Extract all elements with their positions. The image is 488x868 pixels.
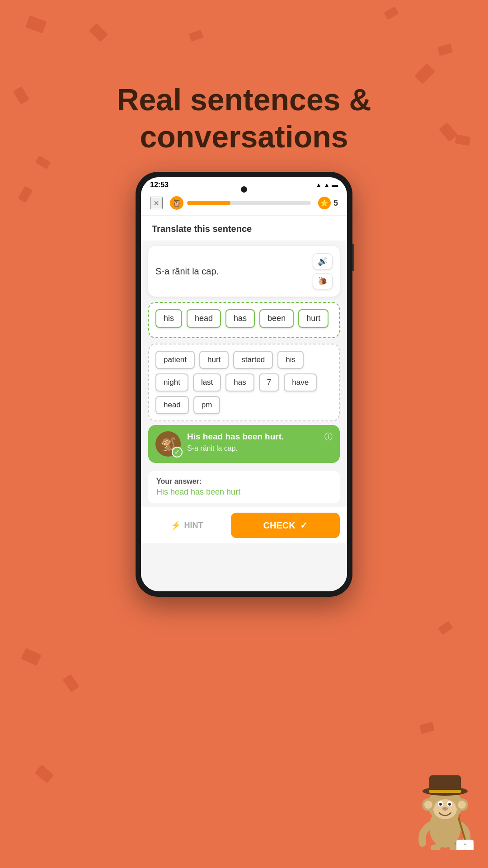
word-chip-patient[interactable]: patient (155, 351, 195, 369)
sentence-card: S-a rănit la cap. 🔊 🐌 (148, 246, 340, 297)
svg-text:×: × (464, 842, 466, 846)
coins-display: ⭐ 5 (318, 197, 338, 209)
hint-label: HINT (184, 521, 203, 530)
your-answer-box: Your answer: His head has been hurt (148, 471, 340, 503)
selected-word-his[interactable]: his (155, 309, 182, 328)
status-time: 12:53 (150, 181, 169, 189)
close-button[interactable]: × (150, 197, 163, 209)
svg-text:✓: ✓ (464, 848, 466, 850)
confetti-decoration (384, 6, 399, 20)
selected-word-been[interactable]: been (259, 309, 294, 328)
confetti-decoration (437, 43, 453, 56)
svg-point-8 (439, 803, 442, 806)
correct-answer-text: His head has been hurt. (187, 431, 318, 443)
word-chip-started[interactable]: started (233, 351, 273, 369)
progress-bar-background (187, 201, 311, 205)
confetti-decoration (62, 674, 80, 692)
progress-container: 🦉 (170, 196, 311, 210)
confetti-decoration (438, 621, 453, 635)
selected-word-head[interactable]: head (187, 309, 221, 328)
word-chip-pm[interactable]: pm (193, 396, 221, 414)
mascot-icon: 🦉 (170, 196, 183, 210)
monkey-mascot-decoration: × ✓ (416, 760, 474, 850)
result-panel: 🐒 ✓ His head has been hurt. S-a rănit la… (148, 425, 340, 463)
hint-icon: ⚡ (171, 520, 181, 530)
word-chip-have[interactable]: have (284, 373, 317, 392)
check-icon: ✓ (300, 520, 308, 531)
selected-word-hurt[interactable]: hurt (298, 309, 328, 328)
correct-check-badge: ✓ (172, 447, 183, 458)
word-chip-head[interactable]: head (155, 396, 189, 414)
word-chip-7[interactable]: 7 (259, 373, 279, 392)
phone-screen: 12:53 ▲ ▲ ▬ × 🦉 ⭐ 5 T (141, 177, 347, 591)
check-button[interactable]: CHECK ✓ (231, 513, 340, 538)
result-text: His head has been hurt. S-a rănit la cap… (187, 431, 318, 453)
camera-notch (241, 186, 247, 193)
word-bank: patient hurt started his night last has … (148, 344, 340, 421)
confetti-decoration (89, 23, 108, 42)
audio-slow-button[interactable]: 🐌 (313, 273, 333, 289)
confetti-decoration (21, 648, 41, 666)
coin-icon: ⭐ (318, 197, 331, 209)
sentence-text: S-a rănit la cap. (155, 266, 313, 277)
svg-point-14 (458, 801, 466, 809)
word-chip-night[interactable]: night (155, 373, 188, 392)
svg-point-10 (442, 807, 448, 811)
audio-buttons: 🔊 🐌 (313, 253, 333, 289)
power-button (352, 244, 354, 271)
confetti-decoration (419, 722, 435, 734)
your-answer-value: His head has been hurt (156, 487, 332, 497)
status-bar: 12:53 ▲ ▲ ▬ (141, 177, 347, 191)
wifi-icon: ▲ (315, 181, 322, 189)
page-title: Real sentences & conversations (0, 81, 488, 155)
confetti-decoration (35, 156, 51, 170)
confetti-decoration (34, 764, 54, 783)
phone-mockup: 12:53 ▲ ▲ ▬ × 🦉 ⭐ 5 T (136, 172, 352, 597)
your-answer-label: Your answer: (156, 477, 332, 486)
confetti-decoration (25, 15, 47, 33)
coin-count: 5 (333, 198, 338, 208)
battery-icon: ▬ (332, 181, 338, 189)
confetti-decoration (189, 30, 203, 42)
word-chip-hurt[interactable]: hurt (199, 351, 229, 369)
svg-point-9 (448, 803, 451, 806)
result-translation-text: S-a rănit la cap. (187, 444, 318, 453)
hint-button[interactable]: ⚡ HINT (148, 513, 225, 538)
exercise-top-bar: × 🦉 ⭐ 5 (141, 191, 347, 216)
bottom-action-bar: ⚡ HINT CHECK ✓ (141, 507, 347, 543)
word-chip-his[interactable]: his (277, 351, 304, 369)
svg-point-12 (424, 801, 432, 809)
exercise-instruction: Translate this sentence (141, 216, 347, 241)
confetti-decoration (18, 186, 33, 203)
check-label: CHECK (263, 520, 296, 531)
audio-normal-button[interactable]: 🔊 (313, 253, 333, 269)
result-icon-container: 🐒 ✓ (155, 431, 181, 457)
info-icon[interactable]: ⓘ (324, 431, 333, 442)
svg-rect-4 (429, 790, 461, 793)
progress-bar-fill (187, 201, 230, 205)
signal-icon: ▲ (324, 181, 330, 189)
selected-word-has[interactable]: has (225, 309, 255, 328)
status-icons: ▲ ▲ ▬ (315, 181, 338, 189)
word-chip-last[interactable]: last (193, 373, 221, 392)
screen-content: Translate this sentence S-a rănit la cap… (141, 216, 347, 591)
answer-area[interactable]: his head has been hurt (148, 302, 340, 338)
word-chip-has[interactable]: has (225, 373, 254, 392)
